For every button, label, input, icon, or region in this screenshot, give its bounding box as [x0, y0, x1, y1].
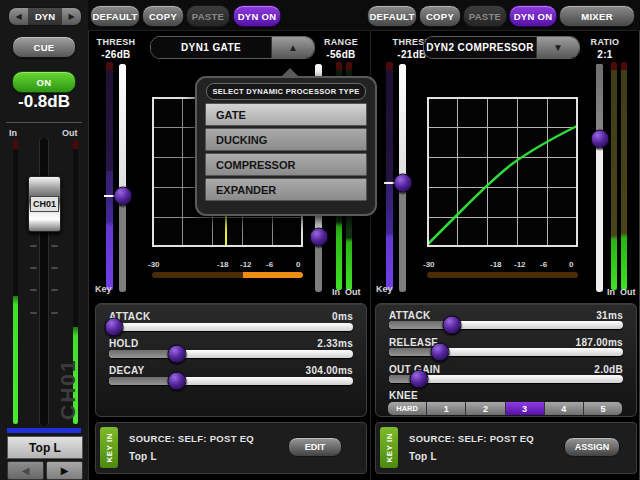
dyn1-range-value: -56dB: [317, 49, 365, 60]
dyn1-hold-value: 2.33ms: [317, 338, 353, 349]
dyn1-key-label: Key: [95, 284, 112, 294]
dyn2-in-meter: [611, 62, 617, 290]
dyn2-release-knob[interactable]: [431, 343, 450, 362]
prev-channel-button[interactable]: ◀: [7, 461, 44, 480]
prev-processor-button[interactable]: ◀: [9, 8, 28, 25]
meter-in-label: In: [9, 128, 17, 138]
dyn2-type-label: DYN2 COMPRESSOR: [424, 37, 536, 58]
dyn2-keyin-tab: KEY IN: [380, 427, 398, 468]
dyn2-type-selector[interactable]: DYN2 COMPRESSOR ▼: [423, 36, 580, 59]
chevron-down-icon: ▼: [553, 42, 563, 53]
knee-segment-hard[interactable]: HARD: [388, 402, 427, 415]
popup-option-expander[interactable]: EXPANDER: [205, 178, 367, 201]
dyn2-paste-button[interactable]: PASTE: [463, 5, 507, 27]
dyn2-attack-label: ATTACK: [389, 310, 430, 321]
dyn2-out-label: Out: [620, 287, 636, 297]
dyn2-keyin-box: KEY IN SOURCE: SELF: POST EQ Top L ASSIG…: [375, 422, 637, 474]
next-icon: ▶: [68, 12, 74, 21]
dyn1-on-button[interactable]: DYN ON: [233, 5, 281, 27]
channel-sidebar: ◀ DYN ▶ CUE ON -0.8dB In Out CH01 CH01 T…: [0, 0, 89, 480]
dyn2-scale-12: -12: [514, 260, 526, 269]
bank-color-bar: [7, 428, 81, 433]
meter-out-label: Out: [62, 128, 78, 138]
dyn1-thresh-slider-fill: [119, 64, 126, 196]
dyn2-outgain-slider[interactable]: [389, 375, 623, 383]
dyn1-attack-slider[interactable]: [109, 323, 353, 331]
on-label: ON: [37, 77, 52, 88]
dyn1-decay-knob[interactable]: [168, 372, 187, 391]
channel-name-display[interactable]: Top L: [7, 436, 83, 459]
dyn2-on-button[interactable]: DYN ON: [509, 5, 557, 27]
dyn1-scale-18: -18: [217, 260, 229, 269]
dyn1-keyin-tab: KEY IN: [100, 427, 118, 468]
dyn1-attack-knob[interactable]: [104, 318, 123, 337]
dyn2-release-slider[interactable]: [389, 348, 623, 356]
dyn2-in-label: In: [607, 287, 615, 297]
dyn2-default-button[interactable]: DEFAULT: [367, 5, 417, 27]
dyn2-scale-18: -18: [490, 260, 502, 269]
dyn1-keyin-edit-button[interactable]: EDIT: [288, 437, 342, 457]
dyn1-hold-knob[interactable]: [168, 345, 187, 364]
dyn2-thresh-slider[interactable]: [399, 64, 406, 292]
dyn2-param-box: ATTACK 31ms RELEASE 187.00ms OUT GAIN 2.…: [375, 303, 637, 417]
dyn2-type-open-button[interactable]: ▼: [536, 37, 579, 58]
dyn1-thresh-slider[interactable]: [119, 64, 126, 292]
dyn1-copy-button[interactable]: COPY: [142, 5, 184, 27]
fader-cap[interactable]: CH01: [28, 176, 61, 232]
popup-option-gate[interactable]: GATE: [205, 103, 367, 126]
dyn1-gr-meter: [152, 272, 303, 278]
dyn2-copy-button[interactable]: COPY: [419, 5, 461, 27]
dyn2-knee-selector: HARD 1 2 3 4 5: [387, 401, 623, 416]
dyn1-default-button[interactable]: DEFAULT: [90, 5, 140, 27]
next-processor-button[interactable]: ▶: [62, 8, 81, 25]
knee-segment-4[interactable]: 4: [545, 402, 584, 415]
channel-on-button[interactable]: ON: [12, 71, 76, 93]
dyn2-thresh-slider-fill: [399, 64, 406, 183]
dyn1-hold-slider[interactable]: [109, 350, 353, 358]
mixer-button[interactable]: MIXER: [559, 5, 635, 27]
dyn2-attack-slider[interactable]: [389, 321, 623, 329]
popup-option-ducking[interactable]: DUCKING: [205, 128, 367, 151]
chevron-up-icon: ▲: [288, 42, 298, 53]
dyn1-thresh-label: THRESH: [92, 37, 140, 47]
dyn1-scale-12: -12: [240, 260, 252, 269]
knee-segment-5[interactable]: 5: [584, 402, 622, 415]
dyn2-ratio-slider-fill: [596, 64, 603, 139]
dyn2-out-meter: [621, 62, 627, 290]
dyn2-key-label: Key: [376, 284, 393, 294]
fader-gain-value: -0.8dB: [0, 92, 88, 112]
dyn1-decay-slider[interactable]: [109, 377, 353, 385]
popup-option-compressor[interactable]: COMPRESSOR: [205, 153, 367, 176]
dyn1-key-meter: [106, 62, 113, 290]
next-channel-icon: ▶: [61, 465, 69, 476]
dyn2-keyin-assign-button[interactable]: ASSIGN: [564, 437, 620, 457]
next-channel-button[interactable]: ▶: [46, 461, 83, 480]
dyn1-scale-30: -30: [148, 260, 160, 269]
dyn2-ratio-slider[interactable]: [596, 64, 603, 292]
prev-icon: ◀: [15, 12, 21, 21]
cue-button[interactable]: CUE: [12, 36, 76, 58]
dyn1-type-open-button[interactable]: ▲: [271, 37, 314, 58]
dyn1-hold-label: HOLD: [109, 338, 139, 349]
dyn2-release-value: 187.00ms: [576, 337, 623, 348]
dyn2-outgain-value: 2.0dB: [594, 364, 623, 375]
dyn2-ratio-value: 2:1: [581, 49, 629, 60]
knee-segment-3[interactable]: 3: [506, 402, 545, 415]
knee-segment-1[interactable]: 1: [427, 402, 466, 415]
cue-label: CUE: [34, 42, 55, 53]
dyn2-thresh-knob[interactable]: [393, 173, 412, 192]
dyn1-type-label: DYN1 GATE: [151, 37, 271, 58]
dyn1-range-knob[interactable]: [309, 228, 328, 247]
dyn1-scale-0: 0: [296, 260, 300, 269]
channel-id-watermark: CH01: [56, 340, 80, 420]
divider: [6, 122, 82, 123]
knee-segment-2[interactable]: 2: [466, 402, 505, 415]
dyn2-attack-knob[interactable]: [443, 316, 462, 335]
dyn2-ratio-knob[interactable]: [590, 130, 609, 149]
dyn1-paste-button[interactable]: PASTE: [186, 5, 230, 27]
dyn2-scale-6: -6: [540, 260, 547, 269]
dyn1-thresh-knob[interactable]: [113, 187, 132, 206]
dyn2-outgain-knob[interactable]: [410, 370, 429, 389]
dyn1-type-selector[interactable]: DYN1 GATE ▲: [150, 36, 315, 59]
dyn2-keyin-channel: Top L: [409, 451, 437, 462]
